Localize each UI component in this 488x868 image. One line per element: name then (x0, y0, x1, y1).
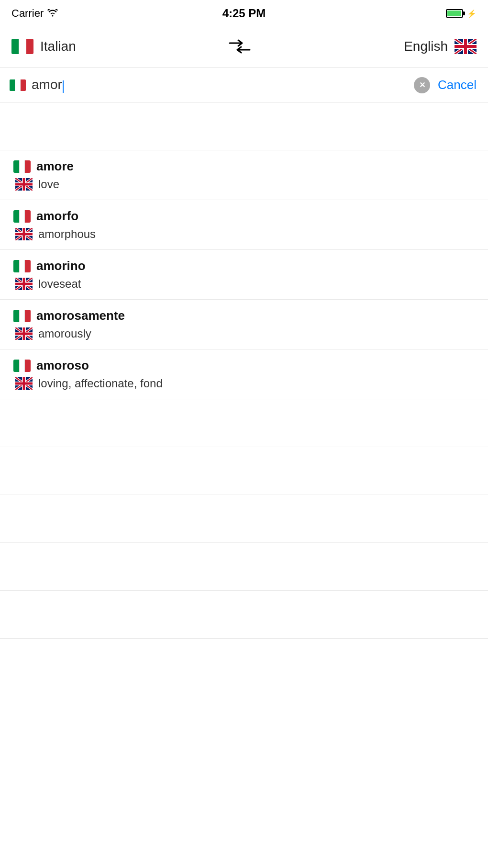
result-trans-text-2: amorphous (38, 227, 96, 241)
clear-button[interactable]: ✕ (414, 77, 430, 93)
result-word-2: amorfo (36, 209, 78, 224)
result-word-1: amore (36, 159, 74, 174)
status-bar: Carrier 4:25 PM ⚡ (0, 0, 488, 25)
result-flag-uk-1 (15, 178, 33, 191)
result-translation-5: loving, affectionate, fond (13, 377, 477, 390)
battery-icon (446, 9, 463, 18)
result-flag-uk-4 (15, 327, 33, 340)
search-text: amor (32, 77, 62, 92)
result-source-2: amorfo (13, 209, 477, 224)
result-flag-uk-3 (15, 278, 33, 290)
uk-flag (455, 39, 477, 54)
wifi-icon (47, 8, 58, 19)
search-input-wrapper[interactable]: amor (32, 77, 408, 93)
result-source-3: amorino (13, 259, 477, 273)
result-translation-3: loveseat (13, 277, 477, 291)
empty-row-5 (0, 591, 488, 639)
result-word-3: amorino (36, 259, 86, 273)
result-word-5: amoroso (36, 358, 89, 373)
result-trans-text-5: loving, affectionate, fond (38, 377, 163, 390)
result-item-3[interactable]: amorino loveseat (0, 250, 488, 300)
carrier-label: Carrier (11, 7, 58, 20)
result-source-1: amore (13, 159, 477, 174)
status-time: 4:25 PM (222, 7, 266, 20)
result-flag-it-5 (13, 360, 31, 372)
result-word-4: amorosamente (36, 308, 125, 323)
result-flag-uk-2 (15, 228, 33, 240)
target-lang-label: English (404, 39, 448, 54)
result-flag-it-2 (13, 210, 31, 223)
result-flag-uk-5 (15, 377, 33, 390)
empty-row-2 (0, 447, 488, 495)
swap-button[interactable] (228, 38, 252, 55)
result-trans-text-3: loveseat (38, 277, 81, 291)
search-bar: amor ✕ Cancel (0, 68, 488, 102)
result-trans-text-1: love (38, 178, 59, 191)
result-source-4: amorosamente (13, 308, 477, 323)
translation-area (0, 102, 488, 150)
result-item-1[interactable]: amore love (0, 150, 488, 200)
empty-row-3 (0, 495, 488, 543)
search-cursor (63, 80, 64, 93)
bolt-icon: ⚡ (467, 9, 477, 18)
status-right: ⚡ (446, 9, 477, 18)
result-item-5[interactable]: amoroso loving, affectionate, fond (0, 349, 488, 399)
result-item-2[interactable]: amorfo amorphous (0, 200, 488, 250)
result-item-4[interactable]: amorosamente amorously (0, 300, 488, 349)
language-header: Italian English (0, 25, 488, 68)
result-source-5: amoroso (13, 358, 477, 373)
result-trans-text-4: amorously (38, 327, 91, 340)
result-translation-1: love (13, 178, 477, 191)
italian-flag (11, 39, 33, 54)
target-language[interactable]: English (404, 39, 477, 54)
empty-row-1 (0, 399, 488, 447)
result-flag-it-1 (13, 160, 31, 173)
search-flag-italian (10, 79, 26, 91)
result-flag-it-3 (13, 260, 31, 272)
empty-row-4 (0, 543, 488, 591)
cancel-button[interactable]: Cancel (436, 78, 478, 92)
result-translation-2: amorphous (13, 227, 477, 241)
carrier-text: Carrier (11, 7, 44, 20)
clear-icon: ✕ (419, 80, 425, 90)
results-list: amore love amorfo (0, 150, 488, 639)
source-lang-label: Italian (40, 39, 76, 54)
source-language[interactable]: Italian (11, 39, 76, 54)
result-flag-it-4 (13, 310, 31, 322)
result-translation-4: amorously (13, 327, 477, 340)
